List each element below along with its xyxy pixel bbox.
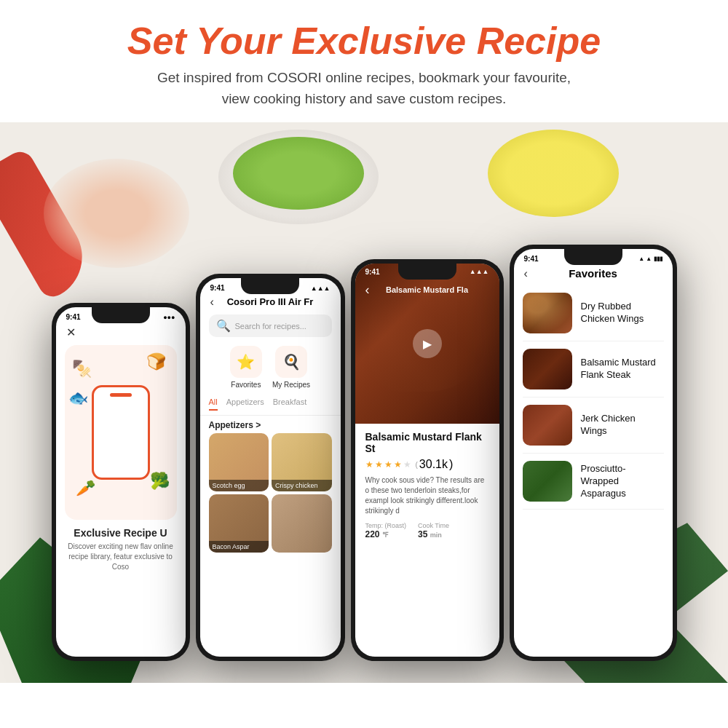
oil-bowl-decoration: [488, 130, 619, 217]
chicken-wings-name: Dry Rubbed Chicken Wings: [581, 301, 664, 325]
food-emoji-4: 🍞: [146, 352, 166, 371]
phone-1-screen: 9:41 ●●● ✕ 🍢 🐟 🥕 🍞 🥦 Exclu: [56, 307, 186, 657]
phone-1: 9:41 ●●● ✕ 🍢 🐟 🥕 🍞 🥦 Exclu: [52, 303, 190, 661]
scotch-egg-label: Scotch egg: [209, 480, 269, 491]
chicken-wings-image: [523, 293, 572, 333]
page-subtitle: Get inspired from COSORI online recipes,…: [29, 68, 699, 109]
phone-1-title: Exclusive Recipe U: [56, 520, 186, 542]
favorites-category[interactable]: ⭐ Favorites: [230, 346, 262, 389]
flank-steak-name: Balsamic Mustard Flank Steak: [581, 357, 664, 381]
favorites-label: Favorites: [231, 381, 261, 389]
recipe-tabs: All Appetizers Breakfast: [200, 395, 341, 416]
jerk-chicken-name: Jerk Chicken Wings: [581, 413, 664, 438]
recipe-rating-stars: ★ ★ ★ ★ ★ (30.1k): [365, 458, 489, 471]
recipe-hero-title: Balsamic Mustard Fla: [386, 285, 468, 294]
asparagus-name: Prosciutto-Wrapped Asparagus: [581, 463, 664, 500]
star-1: ★: [365, 459, 373, 470]
phone-1-notch: [92, 307, 150, 323]
phones-container: 9:41 ●●● ✕ 🍢 🐟 🥕 🍞 🥦 Exclu: [22, 245, 706, 661]
phone-2: 9:41 ▲▲▲ ‹ Cosori Pro III Air Fr 🔍 Searc…: [196, 274, 345, 661]
search-icon: 🔍: [216, 319, 231, 333]
favorites-icon: ⭐: [230, 346, 262, 378]
list-item[interactable]: Dry Rubbed Chicken Wings: [523, 285, 664, 341]
food-emoji-5: 🥦: [150, 472, 170, 491]
phone-4-screen: 9:41 ▲ ▲ ▮▮▮ ‹ Favorites Dry Rubbed Chic…: [514, 249, 673, 657]
recipe-details: Temp: (Roast) 220 ℉ Cook Time 35 min: [365, 522, 489, 539]
my-recipes-icon: 🍳: [275, 346, 307, 378]
phone-2-status-icons: ▲▲▲: [311, 285, 331, 292]
phone-4-notch: [564, 249, 622, 265]
phone-1-status-icons: ●●●: [163, 314, 175, 321]
recipe-detail-content: Balsamic Mustard Flank St ★ ★ ★ ★ ★ (30.…: [355, 424, 499, 547]
background-section: 9:41 ●●● ✕ 🍢 🐟 🥕 🍞 🥦 Exclu: [0, 122, 728, 683]
extra-card[interactable]: [272, 494, 332, 553]
recipe-hero-image: ‹ Balsamic Mustard Fla ▶ 9:41 ▲▲▲: [355, 264, 499, 424]
recipe-detail-nav: ‹ Balsamic Mustard Fla: [355, 285, 499, 294]
favorites-nav: ‹ Favorites: [514, 264, 673, 285]
food-emoji-3: 🥕: [76, 479, 95, 498]
list-item[interactable]: Prosciutto-Wrapped Asparagus: [523, 454, 664, 510]
phone-illustration-icon: [92, 385, 150, 480]
jerk-chicken-image: [523, 405, 572, 446]
list-item[interactable]: Jerk Chicken Wings: [523, 397, 664, 454]
phone-2-notch: [241, 278, 299, 294]
my-recipes-category[interactable]: 🍳 My Recipes: [272, 346, 310, 389]
rating-count-value: 30.1k: [419, 458, 448, 471]
recipe-back-icon[interactable]: ‹: [365, 282, 370, 298]
rating-count: (: [416, 461, 418, 469]
page-title: Set Your Exclusive Recipe: [29, 20, 699, 62]
recipe-detail-title: Balsamic Mustard Flank St: [365, 431, 489, 454]
phone-1-description: Discover exciting new flav online recipe…: [56, 542, 186, 572]
page-header: Set Your Exclusive Recipe Get inspired f…: [0, 0, 728, 122]
tab-breakfast[interactable]: Breakfast: [273, 397, 306, 411]
phone-4-status-icons: ▲ ▲ ▮▮▮: [638, 256, 662, 262]
my-recipes-label: My Recipes: [272, 381, 310, 389]
close-icon[interactable]: ✕: [66, 325, 76, 339]
phone-2-screen: 9:41 ▲▲▲ ‹ Cosori Pro III Air Fr 🔍 Searc…: [200, 278, 341, 657]
bacon-asparagus-card[interactable]: Bacon Aspar: [209, 494, 269, 553]
search-placeholder-text: Search for recipes...: [235, 322, 306, 331]
temperature-detail: Temp: (Roast) 220 ℉: [365, 522, 407, 539]
category-buttons: ⭐ Favorites 🍳 My Recipes: [200, 340, 341, 395]
phone-3-screen: ‹ Balsamic Mustard Fla ▶ 9:41 ▲▲▲ Balsam…: [355, 264, 499, 657]
recipe-description: Why cook sous vide? The results are o th…: [365, 475, 489, 516]
asparagus-image: [523, 461, 572, 502]
phone-3-status-time: 9:41: [365, 268, 380, 276]
list-item[interactable]: Balsamic Mustard Flank Steak: [523, 341, 664, 397]
star-3: ★: [384, 459, 392, 470]
crispy-chicken-label: Crispy chicken: [272, 480, 332, 491]
star-5: ★: [403, 459, 411, 470]
star-2: ★: [375, 459, 383, 470]
appetizers-section-title[interactable]: Appetizers >: [200, 416, 341, 433]
scotch-egg-card[interactable]: Scotch egg: [209, 433, 269, 491]
search-bar[interactable]: 🔍 Search for recipes...: [209, 314, 332, 337]
temp-value: 220 ℉: [365, 529, 407, 539]
cook-time-detail: Cook Time 35 min: [418, 522, 449, 539]
tab-appetizers[interactable]: Appetizers: [226, 397, 264, 411]
phone-3-notch: [398, 264, 456, 280]
phone-4: 9:41 ▲ ▲ ▮▮▮ ‹ Favorites Dry Rubbed Chic…: [510, 245, 677, 661]
phone-2-nav: ‹ Cosori Pro III Air Fr: [200, 293, 341, 312]
phone-3: ‹ Balsamic Mustard Fla ▶ 9:41 ▲▲▲ Balsam…: [351, 259, 504, 661]
peas-bowl-decoration: [218, 130, 379, 224]
bacon-asparagus-label: Bacon Aspar: [209, 541, 269, 553]
flank-steak-image: [523, 349, 572, 389]
favorites-nav-title: Favorites: [569, 267, 617, 280]
phone-1-illustration: 🍢 🐟 🥕 🍞 🥦: [65, 345, 177, 520]
cook-time-value: 35 min: [418, 529, 449, 539]
favorites-back-icon[interactable]: ‹: [524, 267, 528, 280]
star-4: ★: [394, 459, 402, 470]
phone-2-nav-title: Cosori Pro III Air Fr: [227, 296, 314, 307]
crispy-chicken-card[interactable]: Crispy chicken: [272, 433, 332, 491]
food-emoji-2: 🐟: [68, 389, 88, 408]
temp-label: Temp: (Roast): [365, 522, 407, 529]
favorites-list: Dry Rubbed Chicken Wings Balsamic Mustar…: [514, 285, 673, 510]
back-arrow-icon[interactable]: ‹: [210, 296, 214, 309]
food-emoji-1: 🍢: [72, 360, 92, 379]
tab-all[interactable]: All: [209, 397, 218, 411]
cook-time-label: Cook Time: [418, 522, 449, 529]
recipe-grid: Scotch egg Crispy chicken Bacon Aspar: [200, 433, 341, 553]
phone-1-header: ✕: [56, 323, 186, 345]
play-button[interactable]: ▶: [413, 329, 442, 358]
phone-3-status-icons: ▲▲▲: [470, 268, 489, 275]
